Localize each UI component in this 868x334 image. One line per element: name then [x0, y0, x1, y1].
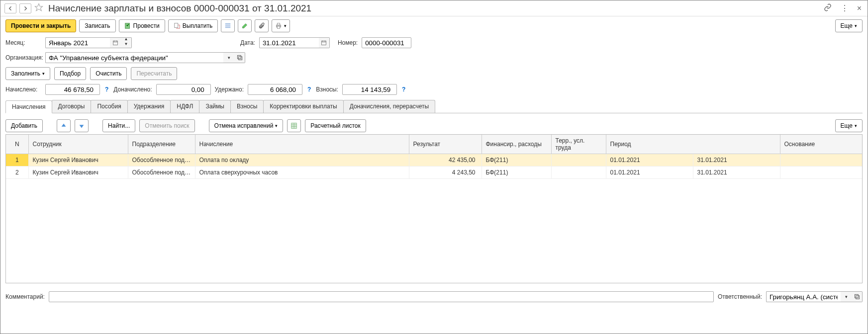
withheld-value [248, 84, 302, 95]
title-bar: Начисление зарплаты и взносов 0000-00003… [0, 0, 868, 16]
svg-rect-3 [278, 23, 280, 25]
tabs-bar: Начисления Договоры Пособия Удержания НД… [5, 100, 863, 113]
footer-row: Комментарий: Ответственный: ▾ [0, 287, 868, 306]
contrib-help-icon[interactable]: ? [401, 86, 406, 93]
comment-label: Комментарий: [5, 293, 45, 300]
tab-more-button[interactable]: Еще ▾ [835, 119, 863, 132]
svg-rect-6 [322, 41, 326, 45]
svg-rect-5 [113, 41, 118, 45]
attachment-button[interactable] [255, 19, 269, 32]
pay-button[interactable]: Выплатить [168, 19, 218, 32]
month-spinner[interactable]: ▲▼ [121, 37, 132, 48]
table-row[interactable]: 1 Кузин Сергей Иванович Обособленное под… [6, 154, 862, 167]
page-title: Начисление зарплаты и взносов 0000-00003… [48, 3, 311, 14]
svg-rect-9 [855, 295, 858, 298]
svg-rect-1 [174, 23, 178, 28]
tab-accruals[interactable]: Начисления [5, 100, 52, 113]
tab-deductions[interactable]: Удержания [127, 100, 171, 113]
link-icon[interactable] [822, 2, 834, 14]
number-input[interactable] [362, 37, 411, 48]
cancel-find-button: Отменить поиск [139, 119, 194, 132]
accruals-table[interactable]: N Сотрудник Подразделение Начисление Рез… [5, 134, 863, 283]
col-number[interactable]: N [6, 135, 28, 154]
payslip-button[interactable]: Расчетный листок [305, 119, 366, 132]
number-label: Номер: [338, 39, 358, 46]
fill-button[interactable]: Заполнить ▾ [5, 67, 50, 80]
tab-contributions[interactable]: Взносы [230, 100, 264, 113]
accrued-value [45, 84, 100, 95]
clear-button[interactable]: Очистить [90, 67, 127, 80]
col-accrual[interactable]: Начисление [195, 135, 409, 154]
post-button[interactable]: Провести [119, 19, 165, 32]
additional-value [156, 84, 211, 95]
month-input[interactable] [45, 37, 110, 48]
recalculate-button: Пересчитать [131, 67, 177, 80]
date-input[interactable] [259, 37, 319, 48]
tab-payment-corrections[interactable]: Корректировки выплаты [263, 100, 343, 113]
withheld-help-icon[interactable]: ? [306, 86, 312, 93]
col-basis[interactable]: Основание [780, 135, 862, 154]
tab-recalculations[interactable]: Доначисления, перерасчеты [343, 100, 435, 113]
responsible-input[interactable] [766, 291, 841, 302]
contrib-value [342, 84, 397, 95]
svg-rect-4 [278, 26, 280, 28]
comment-input[interactable] [49, 291, 714, 302]
col-employee[interactable]: Сотрудник [28, 135, 128, 154]
col-finance[interactable]: Финансир., расходы [482, 135, 551, 154]
more-button[interactable]: Еще ▾ [835, 19, 863, 32]
add-row-button[interactable]: Добавить [5, 119, 43, 132]
svg-rect-7 [237, 56, 241, 59]
fill-toolbar-row: Заполнить ▾ Подбор Очистить Пересчитать [0, 65, 868, 82]
org-label: Организация: [5, 54, 41, 61]
move-down-button[interactable] [75, 119, 89, 132]
table-settings-button[interactable] [287, 119, 301, 132]
find-button[interactable]: Найти... [102, 119, 135, 132]
close-icon[interactable]: × [855, 3, 864, 14]
contrib-label: Взносы: [316, 86, 338, 93]
withheld-label: Удержано: [215, 86, 244, 93]
responsible-label: Ответственный: [718, 293, 762, 300]
kebab-menu-icon[interactable]: ⋮ [839, 2, 850, 14]
nav-back-button[interactable] [4, 3, 16, 13]
tab-ndfl[interactable]: НДФЛ [170, 100, 199, 113]
accrued-label: Начислено: [5, 86, 41, 93]
favorite-star-icon[interactable] [34, 3, 43, 13]
list-view-button[interactable] [221, 19, 235, 32]
org-input[interactable] [45, 52, 223, 63]
responsible-open-icon[interactable] [852, 291, 863, 302]
month-label: Месяц: [5, 39, 41, 46]
tab-loans[interactable]: Займы [199, 100, 231, 113]
main-toolbar: Провести и закрыть Записать Провести Вып… [0, 16, 868, 35]
tab-contracts[interactable]: Договоры [52, 100, 92, 113]
org-open-icon[interactable] [234, 52, 245, 63]
col-result[interactable]: Результат [409, 135, 482, 154]
col-department[interactable]: Подразделение [128, 135, 195, 154]
col-territory[interactable]: Терр., усл. труда [551, 135, 606, 154]
print-button[interactable]: ▾ [272, 19, 290, 32]
additional-label: Доначислено: [113, 86, 152, 93]
col-period[interactable]: Период [606, 135, 780, 154]
move-up-button[interactable] [57, 119, 71, 132]
cancel-corrections-button[interactable]: Отмена исправлений ▾ [209, 119, 284, 132]
tab-benefits[interactable]: Пособия [91, 100, 127, 113]
svg-rect-8 [291, 123, 297, 129]
tab-content: Добавить Найти... Отменить поиск Отмена … [5, 113, 863, 287]
select-button[interactable]: Подбор [54, 67, 86, 80]
write-button[interactable]: Записать [79, 19, 115, 32]
org-row: Организация: ▾ [0, 50, 868, 65]
org-dropdown-icon[interactable]: ▾ [223, 52, 234, 63]
edit-button[interactable] [238, 19, 252, 32]
header-fields-row: Месяц: ▲▼ Дата: Номер: [0, 35, 868, 50]
post-and-close-button[interactable]: Провести и закрыть [5, 19, 76, 32]
sums-row: Начислено: ? Доначислено: Удержано: ? Вз… [0, 82, 868, 97]
accrued-help-icon[interactable]: ? [104, 86, 109, 93]
month-calendar-icon[interactable] [110, 37, 121, 48]
date-label: Дата: [240, 39, 255, 46]
responsible-dropdown-icon[interactable]: ▾ [841, 291, 852, 302]
table-row[interactable]: 2 Кузин Сергей Иванович Обособленное под… [6, 167, 862, 179]
date-calendar-icon[interactable] [319, 37, 330, 48]
nav-forward-button[interactable] [19, 3, 31, 13]
